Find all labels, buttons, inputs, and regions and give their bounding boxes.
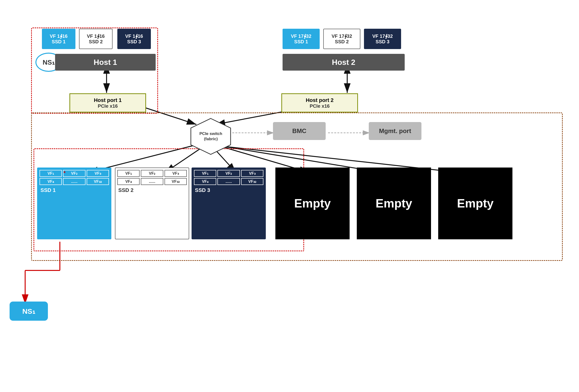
host1-vf-ssd1: VF 1∲16 SSD 1 [42, 29, 75, 49]
empty-slot-2: Empty [357, 168, 431, 239]
ssd3-label: SSD 3 [194, 186, 263, 194]
host-port-2-label: Host port 2 [306, 97, 334, 103]
host2-vf3-ssd: SSD 3 [376, 39, 390, 45]
host1-bar: Host 1 [55, 54, 156, 70]
ssd2-vf32: VF₃₂ [164, 178, 187, 185]
ssd3-vf-grid: VF₁ VF₂ VF₃ VF₄ ...... VF₃₂ [194, 170, 263, 185]
pcie-switch: PCIe switch(fabric) [190, 117, 232, 156]
host1-vf-ssd3: VF 1∲16 SSD 3 [117, 29, 151, 49]
host2-bar: Host 2 [283, 54, 405, 70]
ssd3-vf4: VF₄ [194, 178, 216, 185]
ssd1-vf1: VF₁ [40, 170, 62, 177]
host2-vf3-range: VF 17∲32 [372, 33, 393, 39]
empty-slot-3: Empty [438, 168, 512, 239]
host1-vf2-range: VF 1∲16 [87, 33, 105, 39]
empty-2-label: Empty [376, 196, 412, 210]
empty-1-label: Empty [294, 196, 331, 210]
host1-vf3-ssd: SSD 3 [127, 39, 141, 45]
bmc-label: BMC [292, 127, 306, 135]
host-port-2-pcie: PCIe x16 [310, 103, 330, 109]
ssd3-vfdot: ...... [217, 178, 240, 185]
ssd2-vf4: VF₄ [117, 178, 140, 185]
ssd3-vf2: VF₂ [217, 170, 240, 177]
host-port-1: Host port 1 PCIe x16 [70, 93, 146, 113]
host-port-1-pcie: PCIe x16 [98, 103, 118, 109]
host1-vf1-range: VF 1∲16 [50, 33, 68, 39]
host2-vf2-range: VF 17∲32 [332, 33, 352, 39]
mgmt-label: Mgmt. port [379, 127, 411, 135]
ns1-bottom-bubble: NS₁ [9, 302, 48, 321]
ssd1-asterisk: * [64, 170, 66, 176]
host-port-1-label: Host port 1 [94, 97, 122, 103]
ssd1-vfdot: ...... [63, 178, 85, 185]
pcie-switch-label: PCIe switch(fabric) [200, 131, 222, 142]
host1-vf1-ssd: SSD 1 [52, 39, 66, 45]
host2-vf-ssd3: VF 17∲32 SSD 3 [364, 29, 401, 49]
host2-vf2-ssd: SSD 2 [335, 39, 349, 45]
host-port-2: Host port 2 PCIe x16 [281, 93, 358, 113]
ssd1-vf4: VF₄ [40, 178, 62, 185]
empty-slot-1: Empty [275, 168, 350, 239]
ssd1-label: SSD 1 [40, 186, 109, 194]
ssd3-vf32: VF₃₂ [241, 178, 263, 185]
host1-label: Host 1 [94, 58, 117, 67]
host1-vf-ssd2: VF 1∲16 SSD 2 [79, 29, 113, 49]
ssd2-container: VF₁ VF₂ VF₃ VF₄ ...... VF₃₂ SSD 2 [115, 168, 189, 239]
ssd2-label: SSD 2 [117, 186, 187, 194]
ssd3-container: VF₁ VF₂ VF₃ VF₄ ...... VF₃₂ SSD 3 [192, 168, 266, 239]
ssd1-vf3: VF₃ [87, 170, 109, 177]
ssd1-vf32: VF₃₂ [87, 178, 109, 185]
ns1-bottom-label: NS₁ [22, 307, 35, 316]
ssd3-vf3: VF₃ [241, 170, 263, 177]
host2-vf-ssd2: VF 17∲32 SSD 2 [323, 29, 360, 49]
ns1-top-label: NS₁ [43, 58, 55, 66]
host2-vf-ssd1: VF 17∲32 SSD 1 [283, 29, 320, 49]
ssd2-vfdot: ...... [141, 178, 163, 185]
ssd1-vf2: VF₂ [63, 170, 85, 177]
ssd2-vf-grid: VF₁ VF₂ VF₃ VF₄ ...... VF₃₂ [117, 170, 187, 185]
mgmt-port-box: Mgmt. port [369, 122, 422, 140]
ssd2-vf2: VF₂ [141, 170, 163, 177]
bmc-box: BMC [273, 122, 326, 140]
host1-vf3-range: VF 1∲16 [125, 33, 143, 39]
host2-label: Host 2 [332, 58, 355, 67]
ssd1-vf-grid: VF₁ VF₂ VF₃ VF₄ ...... VF₃₂ [40, 170, 109, 185]
ssd1-container: VF₁ VF₂ VF₃ VF₄ ...... VF₃₂ SSD 1 [37, 168, 111, 239]
ssd2-vf3: VF₃ [164, 170, 187, 177]
empty-3-label: Empty [457, 196, 494, 210]
ssd2-vf1: VF₁ [117, 170, 140, 177]
host2-vf1-range: VF 17∲32 [291, 33, 311, 39]
host1-vf2-ssd: SSD 2 [89, 39, 103, 45]
host2-vf1-ssd: SSD 1 [294, 39, 308, 45]
ssd3-vf1: VF₁ [194, 170, 216, 177]
